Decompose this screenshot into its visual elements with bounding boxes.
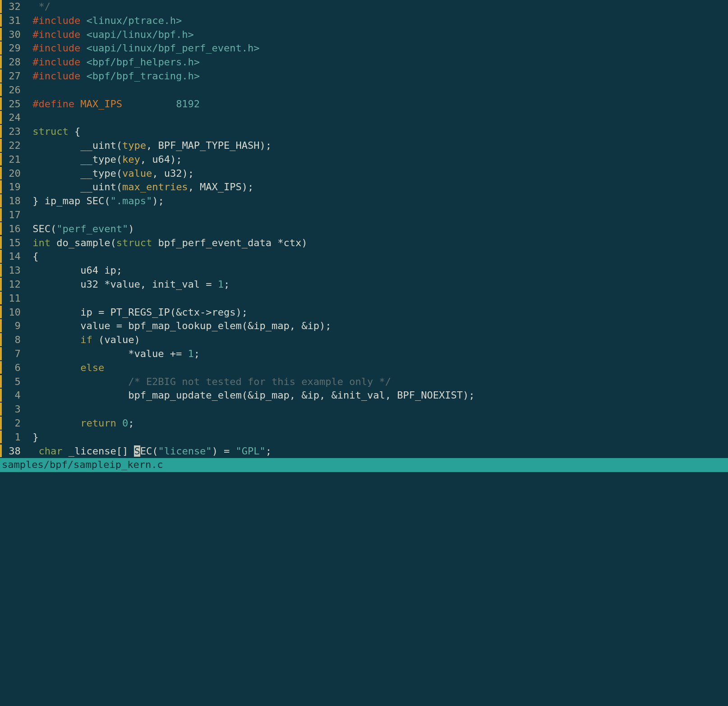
code-text[interactable]: *value += 1; xyxy=(27,347,200,361)
line-number: 38 xyxy=(3,445,27,458)
code-text[interactable]: bpf_map_update_elem(&ip_map, &ip, &init_… xyxy=(27,389,475,403)
line-number: 8 xyxy=(3,333,27,347)
change-bar-icon xyxy=(0,417,2,430)
code-text[interactable]: value = bpf_map_lookup_elem(&ip_map, &ip… xyxy=(27,319,332,333)
code-line[interactable]: 2 return 0; xyxy=(0,417,728,431)
code-text[interactable]: else xyxy=(27,361,104,375)
code-text[interactable]: __uint(type, BPF_MAP_TYPE_HASH); xyxy=(27,139,272,153)
code-text[interactable]: { xyxy=(27,250,39,264)
code-line[interactable]: 38 char _license[] SEC("license") = "GPL… xyxy=(0,445,728,458)
code-text[interactable]: __uint(max_entries, MAX_IPS); xyxy=(27,180,253,194)
code-text[interactable]: return 0; xyxy=(27,417,134,431)
gutter: 21 xyxy=(0,153,27,167)
code-text[interactable]: #define MAX_IPS 8192 xyxy=(27,97,200,111)
gutter: 10 xyxy=(0,306,27,320)
code-line[interactable]: 16 SEC("perf_event") xyxy=(0,222,728,236)
line-number: 6 xyxy=(3,361,27,375)
gutter: 28 xyxy=(0,55,27,69)
code-line[interactable]: 22 __uint(type, BPF_MAP_TYPE_HASH); xyxy=(0,139,728,153)
code-text[interactable]: #include <bpf/bpf_tracing.h> xyxy=(27,69,200,83)
line-number: 10 xyxy=(3,306,27,320)
gutter: 11 xyxy=(0,292,27,306)
code-text[interactable]: u64 ip; xyxy=(27,264,122,278)
code-line[interactable]: 28 #include <bpf/bpf_helpers.h> xyxy=(0,55,728,69)
change-bar-icon xyxy=(0,445,2,458)
code-line[interactable]: 15 int do_sample(struct bpf_perf_event_d… xyxy=(0,236,728,250)
code-line[interactable]: 31 #include <linux/ptrace.h> xyxy=(0,14,728,28)
change-bar-icon xyxy=(0,111,2,124)
code-line[interactable]: 25 #define MAX_IPS 8192 xyxy=(0,97,728,111)
line-number: 9 xyxy=(3,319,27,333)
code-line[interactable]: 9 value = bpf_map_lookup_elem(&ip_map, &… xyxy=(0,319,728,333)
line-number: 28 xyxy=(3,55,27,69)
line-number: 12 xyxy=(3,278,27,292)
code-line[interactable]: 10 ip = PT_REGS_IP(&ctx->regs); xyxy=(0,306,728,320)
code-line[interactable]: 4 bpf_map_update_elem(&ip_map, &ip, &ini… xyxy=(0,389,728,403)
code-line[interactable]: 21 __type(key, u64); xyxy=(0,153,728,167)
code-line[interactable]: 27 #include <bpf/bpf_tracing.h> xyxy=(0,69,728,83)
code-text[interactable]: #include <linux/ptrace.h> xyxy=(27,14,182,28)
code-line[interactable]: 1 } xyxy=(0,431,728,445)
change-bar-icon xyxy=(0,153,2,166)
code-line[interactable]: 8 if (value) xyxy=(0,333,728,347)
code-text[interactable]: __type(key, u64); xyxy=(27,153,182,167)
code-line[interactable]: 6 else xyxy=(0,361,728,375)
gutter: 1 xyxy=(0,431,27,445)
change-bar-icon xyxy=(0,28,2,41)
code-text[interactable]: #include <uapi/linux/bpf_perf_event.h> xyxy=(27,41,260,55)
code-line[interactable]: 3 xyxy=(0,403,728,417)
code-editor[interactable]: 32 */31 #include <linux/ptrace.h>30 #inc… xyxy=(0,0,728,458)
code-line[interactable]: 18 } ip_map SEC(".maps"); xyxy=(0,194,728,208)
code-line[interactable]: 12 u32 *value, init_val = 1; xyxy=(0,278,728,292)
gutter: 7 xyxy=(0,347,27,361)
change-bar-icon xyxy=(0,431,2,444)
code-line[interactable]: 17 xyxy=(0,208,728,222)
gutter: 22 xyxy=(0,139,27,153)
code-line[interactable]: 23 struct { xyxy=(0,125,728,139)
change-bar-icon xyxy=(0,361,2,374)
code-text[interactable]: int do_sample(struct bpf_perf_event_data… xyxy=(27,236,308,250)
line-number: 4 xyxy=(3,389,27,403)
line-number: 30 xyxy=(3,28,27,42)
code-line[interactable]: 19 __uint(max_entries, MAX_IPS); xyxy=(0,180,728,194)
code-line[interactable]: 13 u64 ip; xyxy=(0,264,728,278)
code-line[interactable]: 7 *value += 1; xyxy=(0,347,728,361)
code-text[interactable]: u32 *value, init_val = 1; xyxy=(27,278,230,292)
line-number: 7 xyxy=(3,347,27,361)
code-text[interactable]: #include <uapi/linux/bpf.h> xyxy=(27,28,194,42)
code-line[interactable]: 14 { xyxy=(0,250,728,264)
line-number: 18 xyxy=(3,194,27,208)
code-text[interactable]: __type(value, u32); xyxy=(27,167,194,181)
code-text[interactable]: #include <bpf/bpf_helpers.h> xyxy=(27,55,200,69)
code-line[interactable]: 24 xyxy=(0,111,728,125)
code-line[interactable]: 5 /* E2BIG not tested for this example o… xyxy=(0,375,728,389)
code-line[interactable]: 11 xyxy=(0,292,728,306)
line-number: 2 xyxy=(3,417,27,431)
cursor: S xyxy=(134,445,140,457)
code-text[interactable]: if (value) xyxy=(27,333,140,347)
gutter: 20 xyxy=(0,167,27,181)
change-bar-icon xyxy=(0,83,2,96)
code-line[interactable]: 32 */ xyxy=(0,0,728,14)
change-bar-icon xyxy=(0,264,2,277)
code-line[interactable]: 30 #include <uapi/linux/bpf.h> xyxy=(0,28,728,42)
code-text[interactable]: ip = PT_REGS_IP(&ctx->regs); xyxy=(27,306,248,320)
code-text[interactable]: struct { xyxy=(27,125,80,139)
code-text[interactable]: } xyxy=(27,431,39,445)
change-bar-icon xyxy=(0,208,2,221)
code-line[interactable]: 29 #include <uapi/linux/bpf_perf_event.h… xyxy=(0,41,728,55)
line-number: 16 xyxy=(3,222,27,236)
gutter: 18 xyxy=(0,194,27,208)
gutter: 8 xyxy=(0,333,27,347)
line-number: 11 xyxy=(3,292,27,306)
code-text[interactable]: */ xyxy=(27,0,51,14)
code-text[interactable]: } ip_map SEC(".maps"); xyxy=(27,194,164,208)
code-line[interactable]: 26 xyxy=(0,83,728,97)
gutter: 29 xyxy=(0,41,27,55)
gutter: 16 xyxy=(0,222,27,236)
code-line[interactable]: 20 __type(value, u32); xyxy=(0,167,728,181)
code-text[interactable]: /* E2BIG not tested for this example onl… xyxy=(27,375,391,389)
code-text[interactable]: SEC("perf_event") xyxy=(27,222,134,236)
code-text[interactable]: char _license[] SEC("license") = "GPL"; xyxy=(27,445,272,458)
line-number: 29 xyxy=(3,41,27,55)
